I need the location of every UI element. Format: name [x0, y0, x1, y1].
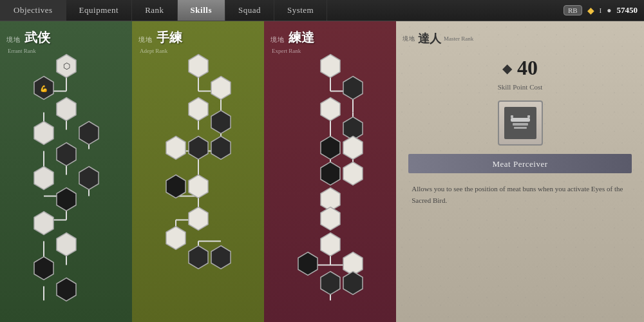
skill-description: Allows you to see the position of meat b…: [408, 178, 632, 211]
hex-node[interactable]: [34, 122, 53, 145]
hex-node[interactable]: [211, 77, 231, 100]
tab-system[interactable]: System: [274, 0, 327, 21]
hex-node[interactable]: [189, 137, 208, 160]
currency-amount: 57450: [617, 5, 638, 15]
nav-right-area: RB ◆ I ● 57450: [564, 5, 644, 16]
svg-rect-45: [513, 123, 528, 126]
tab-squad[interactable]: Squad: [225, 0, 274, 21]
hex-node[interactable]: [189, 246, 208, 269]
hex-node[interactable]: [79, 167, 99, 190]
adept-skill-tree: [132, 21, 264, 322]
hex-node[interactable]: [189, 207, 208, 231]
hex-node[interactable]: [321, 137, 340, 160]
master-rank-label: 境地: [402, 35, 415, 43]
hex-node[interactable]: [57, 98, 76, 121]
hex-node[interactable]: [343, 77, 363, 100]
expert-skill-tree: [264, 21, 396, 322]
master-detail-panel: 境地 達人 Master Rank ◆ 40 Skill Point Cost: [396, 21, 644, 322]
hex-node[interactable]: [321, 162, 340, 185]
tab-rank[interactable]: Rank: [132, 0, 177, 21]
navigation-bar: Objectives Equipment Rank Skills Squad S…: [0, 0, 644, 21]
rb-button-hint: RB: [564, 5, 582, 15]
currency-separator: I: [600, 6, 602, 14]
hex-node[interactable]: [211, 246, 231, 269]
hex-node[interactable]: [189, 98, 208, 121]
svg-text:💪: 💪: [40, 84, 48, 93]
expert-rank-column: 境地 練達 Expert Rank: [264, 21, 396, 322]
hex-node[interactable]: [166, 227, 185, 250]
tab-objectives[interactable]: Objectives: [0, 0, 66, 21]
hex-node[interactable]: [79, 122, 99, 145]
record-icon: ●: [607, 6, 611, 15]
master-rank-column: 境地 達人 Master Rank ◆ 40 Skill Point Cost: [396, 21, 644, 322]
hex-node[interactable]: [189, 55, 208, 78]
skill-svg-icon: [507, 110, 533, 136]
tab-skills[interactable]: Skills: [178, 0, 225, 21]
hex-node[interactable]: [321, 207, 340, 231]
hex-node[interactable]: [34, 257, 53, 280]
skill-point-area: ◆ 40: [502, 56, 538, 80]
svg-rect-48: [527, 115, 530, 118]
hex-node[interactable]: [343, 162, 363, 185]
hex-node[interactable]: [211, 111, 231, 134]
hex-node[interactable]: [34, 212, 53, 235]
svg-text:⬡: ⬡: [63, 61, 70, 71]
skill-display-icon: [498, 100, 543, 146]
skill-name-text: Meat Perceiver: [492, 159, 547, 169]
svg-rect-46: [514, 127, 527, 129]
hex-node[interactable]: [57, 278, 76, 301]
skill-point-diamond-icon: ◆: [502, 61, 512, 76]
hex-node[interactable]: [166, 175, 185, 198]
adept-rank-column: 境地 手練 Adept Rank: [132, 21, 264, 322]
errant-skill-tree: ⬡ 💪: [0, 21, 132, 322]
main-content: 境地 武侠 Errant Rank ⬡: [0, 21, 644, 322]
hex-node[interactable]: [298, 252, 317, 276]
diamond-icon: ◆: [587, 5, 594, 16]
hex-node[interactable]: [57, 188, 76, 211]
master-rank-en: Master Rank: [444, 35, 473, 42]
skill-icon-inner: [504, 107, 536, 139]
hex-node[interactable]: [189, 175, 208, 198]
hex-node[interactable]: [166, 137, 185, 160]
skill-point-cost-label: Skill Point Cost: [498, 83, 543, 91]
hex-node[interactable]: [343, 137, 363, 160]
hex-node[interactable]: [343, 272, 363, 295]
svg-rect-47: [511, 115, 513, 118]
tab-equipment[interactable]: Equipment: [66, 0, 133, 21]
errant-rank-column: 境地 武侠 Errant Rank ⬡: [0, 21, 132, 322]
master-kanji: 達人: [418, 31, 441, 46]
hex-node[interactable]: [321, 272, 340, 295]
skill-point-amount: 40: [517, 56, 538, 80]
hex-node[interactable]: [57, 233, 76, 256]
hex-node[interactable]: [321, 233, 340, 256]
hex-node[interactable]: [321, 98, 340, 121]
hex-node[interactable]: [34, 167, 53, 190]
hex-node[interactable]: [211, 137, 231, 160]
master-header: 境地 達人 Master Rank: [396, 21, 480, 50]
svg-rect-44: [511, 118, 530, 122]
hex-node[interactable]: [321, 55, 340, 78]
hex-node[interactable]: [57, 143, 76, 166]
skill-name-bar: Meat Perceiver: [408, 154, 632, 173]
